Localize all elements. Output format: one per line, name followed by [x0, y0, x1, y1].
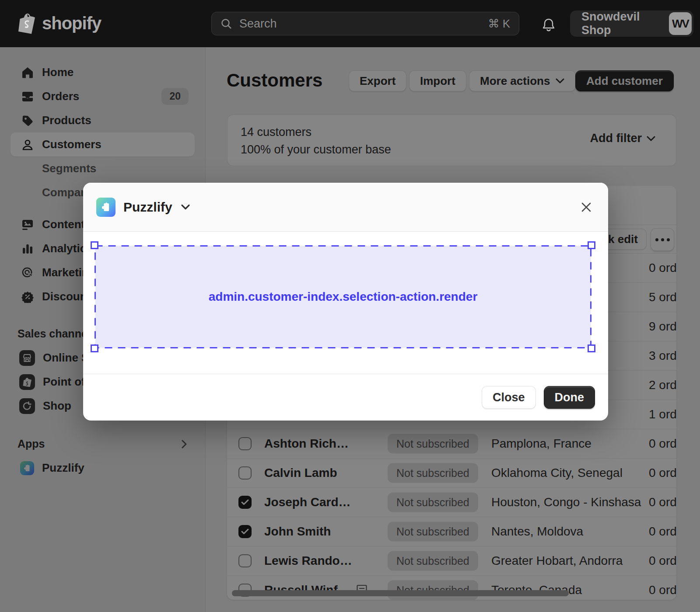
search-input[interactable] — [238, 17, 482, 31]
close-button[interactable]: Close — [482, 386, 536, 409]
modal-title: Puzzlify — [123, 200, 172, 215]
modal-body: admin.customer-index.selection-action.re… — [83, 232, 608, 374]
modal-footer: Close Done — [83, 374, 608, 421]
search-shortcut: ⌘ K — [488, 17, 510, 31]
modal-app-switcher[interactable] — [180, 204, 191, 211]
shop-name: Snowdevil Shop — [581, 10, 669, 37]
global-search[interactable]: ⌘ K — [211, 12, 519, 35]
close-icon — [581, 202, 592, 213]
done-button[interactable]: Done — [544, 386, 595, 409]
modal-close-button[interactable] — [578, 198, 595, 216]
bell-icon — [542, 17, 556, 33]
extension-target-label: admin.customer-index.selection-action.re… — [94, 245, 592, 348]
notifications-button[interactable] — [541, 17, 556, 34]
modal-header: Puzzlify — [83, 183, 608, 232]
search-icon — [220, 18, 232, 30]
shopify-logo: shopify — [18, 12, 101, 34]
topbar: shopify ⌘ K Snowdevil Shop WV — [0, 0, 700, 47]
selection-handle[interactable] — [588, 344, 595, 352]
selection-handle[interactable] — [91, 241, 98, 249]
shop-menu-button[interactable]: Snowdevil Shop WV — [570, 10, 693, 37]
chevron-down-icon — [180, 204, 191, 211]
shopify-wordmark: shopify — [42, 14, 101, 33]
extension-target-selection[interactable]: admin.customer-index.selection-action.re… — [94, 245, 592, 348]
shopify-bag-icon — [18, 12, 37, 34]
puzzlify-extension-modal: Puzzlify admin.customer-index.selection-… — [83, 183, 608, 421]
selection-handle[interactable] — [588, 241, 595, 249]
shop-avatar: WV — [669, 12, 692, 35]
selection-handle[interactable] — [91, 344, 98, 352]
puzzlify-app-icon — [96, 198, 116, 217]
